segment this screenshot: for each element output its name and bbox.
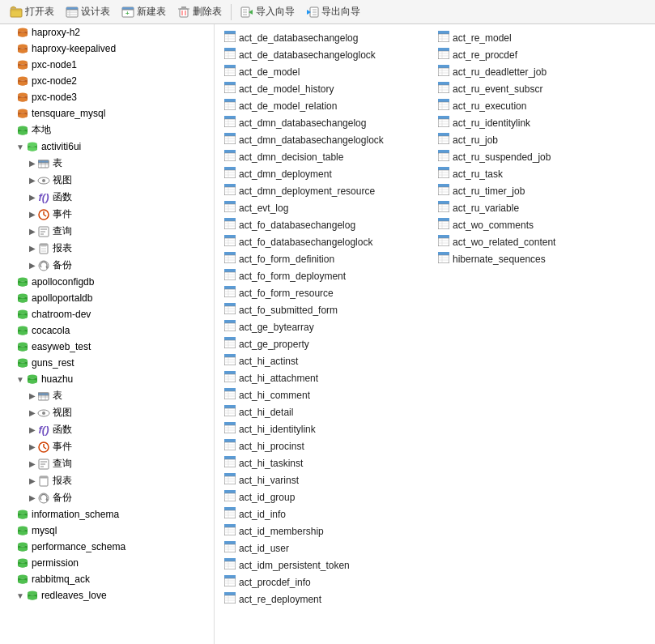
sidebar-item-permission[interactable]: permission	[0, 555, 214, 571]
table-row[interactable]: act_hi_procinst	[221, 437, 435, 454]
sidebar-item-hua-queries[interactable]: 查询	[0, 455, 214, 472]
sidebar-item-views[interactable]: 视图	[0, 172, 214, 189]
table-row[interactable]: act_ru_event_subscr	[435, 80, 649, 97]
table-row[interactable]: act_ge_property	[221, 335, 435, 352]
sidebar-item-local[interactable]: 本地	[0, 122, 214, 139]
sidebar-item-rabbitmq-ack[interactable]: rabbitmq_ack	[0, 571, 214, 587]
sidebar-item-cocacola[interactable]: cocacola	[0, 322, 214, 339]
open-table-button[interactable]: 打开表	[5, 3, 59, 20]
table-row[interactable]: hibernate_sequences	[435, 250, 649, 267]
table-row[interactable]: act_hi_detail	[221, 403, 435, 420]
sidebar-item-information-schema[interactable]: information_schema	[0, 506, 214, 522]
sidebar-item-hua-backup[interactable]: 备份	[0, 489, 214, 506]
sidebar-item-tensquare-mysql[interactable]: tensquare_mysql	[0, 105, 214, 122]
sidebar-item-events[interactable]: 事件	[0, 206, 214, 223]
sidebar-item-haproxy-h2[interactable]: haproxy-h2	[0, 24, 214, 41]
table-row[interactable]: act_id_group	[221, 488, 435, 505]
table-name: act_ru_event_subscr	[453, 83, 542, 95]
table-name: act_ge_property	[239, 339, 309, 350]
table-row[interactable]: act_wo_comments	[435, 216, 649, 233]
sidebar-item-redleaves-love[interactable]: redleaves_love	[0, 587, 214, 603]
table-row[interactable]: act_ru_task	[435, 165, 649, 182]
table-row[interactable]: act_fo_databasechangelog	[221, 216, 435, 233]
sidebar-item-apolloconfigdb[interactable]: apolloconfigdb	[0, 274, 214, 290]
table-name: act_dmn_databasechangeloglock	[239, 134, 384, 146]
new-table-button[interactable]: + 新建表	[117, 3, 171, 20]
sidebar-item-activiti6ui[interactable]: activiti6ui	[0, 139, 214, 155]
sidebar-item-huazhu[interactable]: huazhu	[0, 371, 214, 387]
table-row[interactable]: act_ru_identitylink	[435, 114, 649, 131]
sidebar-item-reports[interactable]: 报表	[0, 240, 214, 257]
table-row[interactable]: act_hi_taskinst	[221, 454, 435, 471]
table-row[interactable]: act_de_model_relation	[221, 97, 435, 114]
table-row[interactable]: act_fo_form_deployment	[221, 267, 435, 284]
sidebar-item-easyweb-test[interactable]: easyweb_test	[0, 339, 214, 355]
svg-point-33	[18, 82, 28, 86]
table-row[interactable]: act_hi_attachment	[221, 369, 435, 386]
table-row[interactable]: act_fo_form_definition	[221, 250, 435, 267]
table-row[interactable]: act_de_databasechangelog	[221, 29, 435, 46]
sidebar-item-haproxy-keepalived[interactable]: haproxy-keepalived	[0, 41, 214, 57]
table-row[interactable]: act_ru_timer_job	[435, 182, 649, 199]
table-row[interactable]: act_dmn_decision_table	[221, 148, 435, 165]
table-row[interactable]: act_fo_databasechangeloglock	[221, 233, 435, 250]
sidebar-item-queries[interactable]: 查询	[0, 223, 214, 240]
sidebar-item-hua-events[interactable]: 事件	[0, 438, 214, 455]
table-icon	[438, 235, 449, 249]
table-row[interactable]: act_dmn_deployment	[221, 165, 435, 182]
table-row[interactable]: act_ge_bytearray	[221, 318, 435, 335]
import-wizard-button[interactable]: 导入向导	[236, 3, 300, 20]
function-icon: f()	[37, 424, 50, 437]
table-row[interactable]: act_re_model	[435, 29, 649, 46]
table-row[interactable]: act_hi_identitylink	[221, 420, 435, 437]
design-table-button[interactable]: 设计表	[61, 3, 115, 20]
table-row[interactable]: act_id_user	[221, 540, 435, 557]
sidebar-item-pxc-node1[interactable]: pxc-node1	[0, 57, 214, 73]
sidebar-item-hua-functions[interactable]: f() 函数	[0, 421, 214, 438]
table-row[interactable]: act_id_membership	[221, 522, 435, 540]
export-wizard-button[interactable]: 导出向导	[301, 3, 365, 20]
sidebar-item-guns-rest[interactable]: guns_rest	[0, 355, 214, 371]
sidebar-item-hua-views[interactable]: 视图	[0, 404, 214, 421]
table-row[interactable]: act_de_model	[221, 63, 435, 80]
table-row[interactable]: act_ru_job	[435, 131, 649, 148]
table-row[interactable]: act_procdef_info	[221, 574, 435, 591]
sidebar-item-backup[interactable]: 备份	[0, 257, 214, 274]
table-row[interactable]: act_fo_form_resource	[221, 284, 435, 301]
table-row[interactable]: act_wo_related_content	[435, 233, 649, 250]
delete-table-button[interactable]: 删除表	[172, 3, 227, 20]
table-row[interactable]: act_ru_variable	[435, 199, 649, 216]
table-row[interactable]: act_evt_log	[221, 199, 435, 216]
table-row[interactable]: act_hi_varinst	[221, 471, 435, 488]
table-row[interactable]: act_dmn_databasechangelog	[221, 114, 435, 131]
table-row[interactable]: act_re_deployment	[221, 591, 435, 608]
svg-rect-384	[224, 575, 236, 578]
table-row[interactable]: act_hi_comment	[221, 386, 435, 403]
sidebar-item-pxc-node2[interactable]: pxc-node2	[0, 73, 214, 89]
table-row[interactable]: act_id_info	[221, 505, 435, 522]
sidebar-item-chatroom-dev[interactable]: chatroom-dev	[0, 306, 214, 322]
table-icon	[224, 320, 236, 334]
sidebar-item-mysql[interactable]: mysql	[0, 522, 214, 539]
svg-rect-186	[438, 133, 449, 136]
table-row[interactable]: act_ru_deadletter_job	[435, 63, 649, 80]
table-row[interactable]: act_hi_actinst	[221, 352, 435, 369]
sidebar-item-hua-tables[interactable]: 表	[0, 387, 214, 404]
sidebar-item-hua-reports[interactable]: 报表	[0, 472, 214, 489]
table-row[interactable]: act_de_databasechangeloglock	[221, 46, 435, 63]
sidebar-item-tables[interactable]: 表	[0, 155, 214, 172]
svg-line-86	[44, 447, 46, 449]
table-row[interactable]: act_de_model_history	[221, 80, 435, 97]
table-row[interactable]: act_ru_execution	[435, 97, 649, 114]
table-row[interactable]: act_dmn_deployment_resource	[221, 182, 435, 199]
table-row[interactable]: act_ru_suspended_job	[435, 148, 649, 165]
sidebar-item-functions[interactable]: f() 函数	[0, 189, 214, 206]
table-row[interactable]: act_idm_persistent_token	[221, 557, 435, 574]
table-row[interactable]: act_fo_submitted_form	[221, 301, 435, 318]
svg-rect-276	[224, 269, 236, 272]
table-row[interactable]: act_dmn_databasechangeloglock	[221, 131, 435, 148]
sidebar-item-pxc-node3[interactable]: pxc-node3	[0, 89, 214, 105]
sidebar-item-apolloportaldb[interactable]: apolloportaldb	[0, 290, 214, 306]
table-row[interactable]: act_re_procdef	[435, 46, 649, 63]
sidebar-item-performance-schema[interactable]: performance_schema	[0, 539, 214, 555]
